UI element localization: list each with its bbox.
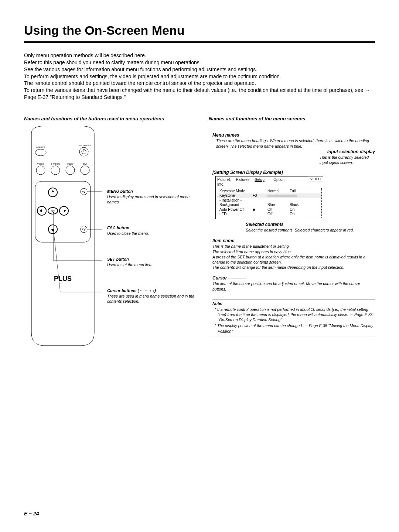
svg-point-12 bbox=[66, 166, 75, 175]
svg-point-10 bbox=[36, 166, 45, 175]
cursor-buttons-title: Cursor buttons (← → ↑ ↓) bbox=[107, 288, 201, 294]
set-button-desc: Used to set the menu item. bbox=[107, 262, 201, 267]
cursor-title: Cursor ———— bbox=[212, 275, 375, 281]
menu-row-selected: Keystone+0 bbox=[217, 193, 321, 198]
cursor-desc: The item at the cursor position can be a… bbox=[212, 281, 375, 291]
svg-text:DVI: DVI bbox=[83, 163, 87, 165]
setting-example-label: [Setting Screen Display Example] bbox=[212, 169, 375, 175]
note-item: * The display position of the menu can b… bbox=[218, 323, 375, 333]
note-block: Note: * If a remote control operation is… bbox=[212, 299, 375, 336]
menu-button-desc: Used to display menus and in selection o… bbox=[107, 194, 201, 205]
menu-names-title: Menu names bbox=[212, 132, 375, 138]
menu-tabs: Picture1 Picture2 Setup Option Info. bbox=[216, 176, 323, 188]
menu-row: Keystone ModeNormalFull bbox=[217, 189, 321, 194]
svg-text:PLUS: PLUS bbox=[54, 275, 72, 282]
svg-text:SET: SET bbox=[51, 210, 55, 212]
intro-line: See the various pages for information ab… bbox=[24, 66, 375, 73]
menu-row: Auto Power OffOffOn bbox=[217, 207, 321, 212]
tab-option: Option bbox=[273, 177, 291, 182]
svg-point-13 bbox=[81, 166, 89, 175]
tab-picture1: Picture1 bbox=[217, 177, 235, 182]
tab-setup: Setup bbox=[255, 177, 273, 182]
left-column: Names and functions of the buttons used … bbox=[24, 116, 201, 347]
svg-text:ASPECT: ASPECT bbox=[36, 146, 45, 148]
intro-line: The remote control should be pointed tow… bbox=[24, 80, 375, 87]
svg-point-5 bbox=[35, 149, 46, 156]
svg-rect-14 bbox=[35, 181, 91, 242]
input-badge: VIDEO bbox=[308, 176, 323, 182]
cursor-buttons-desc: These are used in menu name selection an… bbox=[107, 294, 201, 304]
item-name-desc: This is the name of the adjustment or se… bbox=[212, 244, 375, 270]
menu-row: - Installation - bbox=[217, 198, 321, 203]
menu-row: BackgroundBlueBlack bbox=[217, 203, 321, 207]
esc-button-desc: Used to close the menu. bbox=[107, 231, 201, 236]
note-title: Note: bbox=[212, 301, 375, 306]
right-heading: Names and functions of the menu screens bbox=[209, 116, 375, 122]
input-selection-title: Input selection display bbox=[212, 149, 375, 155]
svg-text:ESC: ESC bbox=[82, 228, 86, 230]
input-selection-desc: This is the currently selected input sig… bbox=[320, 155, 375, 165]
selected-contents-desc: Select the desired contents. Selected ch… bbox=[246, 227, 375, 233]
intro-line: Refer to this page should you need to cl… bbox=[24, 59, 375, 66]
intro-line: To perform adjustments and settings, the… bbox=[24, 73, 375, 80]
note-item: * If a remote control operation is not p… bbox=[218, 307, 375, 323]
svg-text:S-VIDEO: S-VIDEO bbox=[51, 163, 60, 165]
svg-point-11 bbox=[51, 166, 60, 175]
intro-line: To return the various items that have be… bbox=[24, 87, 375, 101]
set-button-title: SET button bbox=[107, 257, 201, 262]
selected-contents-title: Selected contents bbox=[246, 222, 375, 227]
right-column: Names and functions of the menu screens … bbox=[209, 116, 375, 347]
esc-button-title: ESC button bbox=[107, 225, 201, 231]
svg-text:MENU: MENU bbox=[82, 191, 86, 193]
svg-line-34 bbox=[54, 231, 60, 292]
svg-text:VIDEO: VIDEO bbox=[37, 163, 44, 165]
intro-line: Only menu operation methods will be desc… bbox=[24, 52, 375, 59]
keystone-slider bbox=[267, 195, 297, 197]
remote-illustration: ON/STANDBY ASPECT VIDEO S-VIDEO YCbCr DV… bbox=[24, 126, 102, 347]
svg-text:YCbCr: YCbCr bbox=[67, 163, 74, 165]
svg-text:ON/STANDBY: ON/STANDBY bbox=[77, 144, 91, 147]
menu-row: LEDOffOn bbox=[217, 212, 321, 217]
tab-info: Info. bbox=[217, 182, 235, 187]
remote-labels: MENU button Used to display menus and in… bbox=[107, 126, 201, 347]
intro-block: Only menu operation methods will be desc… bbox=[24, 52, 375, 101]
bullet-icon bbox=[253, 209, 255, 211]
menu-button-title: MENU button bbox=[107, 189, 201, 194]
item-name-title: Item name bbox=[212, 238, 375, 244]
page-title: Using the On-Screen Menu bbox=[24, 22, 375, 43]
tab-picture2: Picture2 bbox=[236, 177, 254, 182]
left-heading: Names and functions of the buttons used … bbox=[24, 116, 201, 122]
menu-screenshot: VIDEO Picture1 Picture2 Setup Option Inf… bbox=[215, 176, 323, 219]
menu-names-desc: These are the menu headings. When a menu… bbox=[212, 138, 375, 148]
